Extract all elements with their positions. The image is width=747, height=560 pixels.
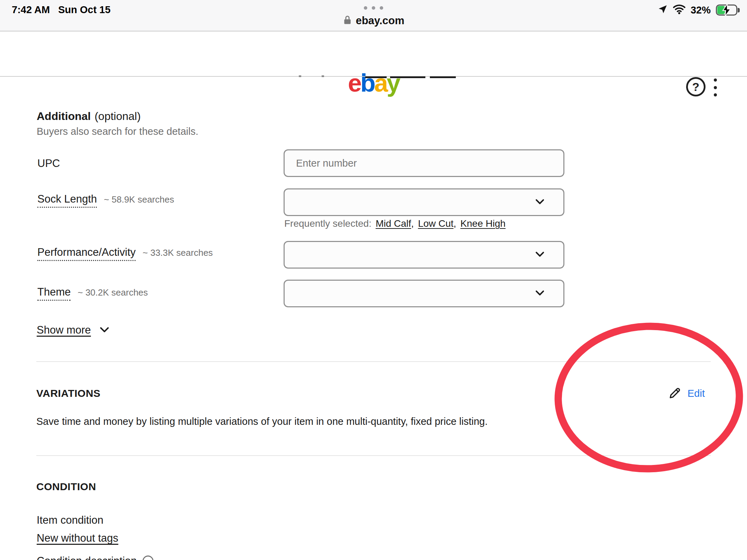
condition-description-label: Condition description bbox=[37, 555, 137, 560]
status-time-date: 7:42 AM Sun Oct 15 bbox=[12, 4, 111, 16]
performance-activity-search-count: ~ 33.3K searches bbox=[142, 248, 213, 258]
page-header: ebay ? bbox=[0, 31, 747, 77]
chevron-down-icon bbox=[532, 246, 547, 263]
lock-icon bbox=[343, 15, 352, 27]
chevron-down-icon bbox=[532, 194, 547, 211]
chevron-down-icon bbox=[97, 322, 112, 338]
performance-activity-select[interactable] bbox=[284, 241, 564, 269]
status-bar: 7:42 AM Sun Oct 15 ebay.com bbox=[0, 0, 747, 31]
logo-letter: e bbox=[348, 71, 360, 95]
condition-section-title: CONDITION bbox=[36, 481, 96, 493]
variations-edit-button[interactable]: Edit bbox=[667, 386, 705, 401]
separator: , bbox=[453, 218, 456, 229]
frequent-option-mid-calf[interactable]: Mid Calf bbox=[376, 218, 411, 229]
clock-date: Sun Oct 15 bbox=[58, 4, 111, 16]
url-bar[interactable]: ebay.com bbox=[343, 15, 405, 27]
item-condition-value-link[interactable]: New without tags bbox=[37, 532, 118, 544]
wifi-icon bbox=[673, 4, 685, 16]
variations-section-title: VARIATIONS bbox=[36, 388, 101, 399]
clipped-content-fragment bbox=[322, 75, 324, 77]
clipped-content-fragment bbox=[430, 76, 456, 78]
show-more-button[interactable]: Show more bbox=[37, 322, 112, 338]
logo-letter: y bbox=[387, 71, 399, 95]
logo-letter: a bbox=[374, 71, 387, 95]
theme-label-link[interactable]: Theme bbox=[37, 286, 71, 301]
location-arrow-icon bbox=[657, 4, 668, 16]
variations-description: Save time and money by listing multiple … bbox=[36, 414, 548, 429]
clock-time: 7:42 AM bbox=[12, 4, 50, 16]
additional-subtitle: Buyers also search for these details. bbox=[37, 126, 198, 137]
additional-section-title: Additional(optional) bbox=[37, 110, 141, 123]
help-icon[interactable]: ? bbox=[686, 77, 706, 96]
sock-length-label-link[interactable]: Sock Length bbox=[37, 193, 97, 208]
section-divider bbox=[36, 361, 711, 362]
ebay-logo[interactable]: ebay bbox=[348, 71, 399, 95]
logo-letter: b bbox=[360, 71, 374, 95]
frequently-selected-prefix: Frequently selected: bbox=[284, 218, 371, 229]
section-divider bbox=[36, 455, 711, 456]
status-icons: 32% bbox=[657, 4, 741, 16]
pencil-icon bbox=[667, 386, 682, 401]
frequently-selected-row: Frequently selected:Mid Calf,Low Cut,Kne… bbox=[284, 218, 506, 229]
edit-label: Edit bbox=[688, 388, 705, 399]
additional-title-text: Additional bbox=[37, 110, 91, 122]
battery-percent: 32% bbox=[691, 4, 711, 16]
theme-select[interactable] bbox=[284, 280, 564, 307]
separator: , bbox=[411, 218, 414, 229]
battery-charging-icon bbox=[716, 4, 741, 16]
frequent-option-knee-high[interactable]: Knee High bbox=[460, 218, 506, 229]
kebab-menu-icon[interactable] bbox=[711, 78, 719, 97]
clipped-content-fragment bbox=[365, 76, 387, 78]
ebay-listing-form-screen: 7:42 AM Sun Oct 15 ebay.com bbox=[0, 0, 747, 560]
show-more-label: Show more bbox=[37, 324, 91, 336]
info-icon[interactable] bbox=[142, 556, 154, 560]
upc-label: UPC bbox=[37, 157, 60, 170]
optional-suffix: (optional) bbox=[94, 110, 140, 122]
sock-length-select[interactable] bbox=[284, 188, 564, 216]
clipped-content-fragment bbox=[299, 75, 301, 77]
upc-input[interactable] bbox=[284, 149, 564, 177]
sock-length-search-count: ~ 58.9K searches bbox=[104, 194, 174, 205]
item-condition-label: Item condition bbox=[37, 514, 103, 526]
chevron-down-icon bbox=[532, 285, 547, 302]
url-text: ebay.com bbox=[356, 15, 405, 27]
condition-description-row-clipped: Condition description bbox=[37, 554, 279, 560]
clipped-content-fragment bbox=[390, 76, 425, 78]
browser-tabs-dots-icon[interactable] bbox=[364, 6, 383, 10]
red-circle-annotation bbox=[551, 321, 747, 476]
theme-search-count: ~ 30.2K searches bbox=[77, 287, 148, 298]
frequent-option-low-cut[interactable]: Low Cut bbox=[418, 218, 454, 229]
performance-activity-label-link[interactable]: Performance/Activity bbox=[37, 246, 136, 261]
